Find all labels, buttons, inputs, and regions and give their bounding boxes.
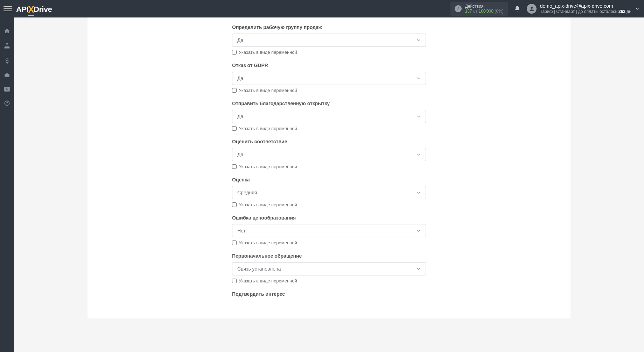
chevron-down-icon [416, 37, 421, 43]
select-value: Да [237, 37, 243, 43]
variable-checkbox-label[interactable]: Указать в виде переменной [239, 278, 297, 283]
field-group: Ошибка ценообразованияНетУказать в виде … [232, 215, 426, 245]
user-tariff: Тариф | Стандарт | до оплаты осталось 26… [540, 9, 631, 15]
select-dropdown[interactable]: Да [232, 110, 426, 123]
briefcase-icon[interactable] [4, 72, 10, 78]
settings-card: Определить рабочую группу продажДаУказат… [88, 17, 570, 318]
field-group: Первоначальное обращениеСвязь установлен… [232, 253, 426, 283]
select-value: Да [237, 114, 243, 119]
variable-checkbox-label[interactable]: Указать в виде переменной [239, 126, 297, 131]
logo[interactable]: API X Drive [16, 3, 52, 14]
variable-checkbox[interactable] [232, 164, 237, 169]
field-group: Подтвердить интерес [232, 291, 426, 297]
logo-x: X [28, 4, 34, 15]
chevron-down-icon [416, 266, 421, 272]
select-dropdown[interactable]: Нет [232, 224, 426, 237]
logo-drive: Drive [34, 5, 52, 14]
variable-checkbox[interactable] [232, 88, 237, 93]
select-dropdown[interactable]: Связь установлена [232, 262, 426, 275]
variable-checkbox-row: Указать в виде переменной [232, 202, 426, 207]
user-menu[interactable]: demo_apix-drive@apix-drive.com Тариф | С… [527, 3, 644, 15]
chevron-down-icon [416, 152, 421, 157]
select-value: Связь установлена [237, 266, 281, 272]
field-group: Отказ от GDPRДаУказать в виде переменной [232, 63, 426, 93]
field-label: Первоначальное обращение [232, 253, 426, 259]
chevron-down-icon [416, 76, 421, 81]
user-email: demo_apix-drive@apix-drive.com [540, 3, 631, 9]
select-value: Нет [237, 228, 246, 234]
variable-checkbox-label[interactable]: Указать в виде переменной [239, 164, 297, 169]
variable-checkbox-row: Указать в виде переменной [232, 50, 426, 55]
variable-checkbox[interactable] [232, 202, 237, 207]
svg-point-0 [531, 7, 533, 9]
variable-checkbox-label[interactable]: Указать в виде переменной [239, 202, 297, 207]
chevron-down-icon [635, 6, 640, 11]
variable-checkbox-row: Указать в виде переменной [232, 126, 426, 131]
field-label: Отказ от GDPR [232, 63, 426, 68]
variable-checkbox[interactable] [232, 279, 237, 283]
avatar-icon [527, 4, 537, 14]
select-dropdown[interactable]: Средняя [232, 186, 426, 199]
select-value: Средняя [237, 190, 257, 195]
variable-checkbox-label[interactable]: Указать в виде переменной [239, 240, 297, 245]
main-header: API X Drive i Действия: 137 из 100'000 (… [0, 0, 644, 17]
select-dropdown[interactable]: Да [232, 34, 426, 47]
field-group: ОценкаСредняяУказать в виде переменной [232, 177, 426, 207]
field-label: Отправить благодарственную открытку [232, 101, 426, 106]
variable-checkbox[interactable] [232, 50, 237, 55]
bell-icon[interactable] [514, 6, 520, 12]
billing-icon[interactable] [5, 57, 9, 64]
variable-checkbox-row: Указать в виде переменной [232, 278, 426, 283]
field-label: Ошибка ценообразования [232, 215, 426, 221]
help-icon[interactable] [4, 100, 10, 106]
variable-checkbox[interactable] [232, 126, 237, 131]
left-sidebar [0, 17, 14, 332]
svg-rect-3 [6, 47, 8, 49]
svg-point-8 [7, 104, 7, 105]
variable-checkbox[interactable] [232, 240, 237, 245]
field-group: Определить рабочую группу продажДаУказат… [232, 24, 426, 55]
hamburger-menu-button[interactable] [4, 5, 12, 13]
select-value: Да [237, 152, 243, 157]
select-value: Да [237, 76, 243, 81]
field-group: Оценить соответствиеДаУказать в виде пер… [232, 139, 426, 169]
variable-checkbox-row: Указать в виде переменной [232, 88, 426, 93]
connections-icon[interactable] [4, 43, 10, 49]
page-content: Определить рабочую группу продажДаУказат… [14, 17, 644, 332]
variable-checkbox-row: Указать в виде переменной [232, 164, 426, 169]
chevron-down-icon [416, 114, 421, 119]
field-label: Оценить соответствие [232, 139, 426, 144]
chevron-down-icon [416, 190, 421, 195]
actions-counts: 137 из 100'000 (0%) [465, 9, 504, 14]
svg-rect-4 [8, 47, 10, 49]
youtube-icon[interactable] [4, 87, 10, 92]
select-dropdown[interactable]: Да [232, 72, 426, 85]
home-icon[interactable] [4, 28, 10, 34]
field-label: Определить рабочую группу продаж [232, 24, 426, 30]
select-dropdown[interactable]: Да [232, 148, 426, 161]
variable-checkbox-label[interactable]: Указать в виде переменной [239, 88, 297, 93]
info-icon: i [455, 5, 462, 12]
logo-api: API [16, 5, 28, 14]
actions-summary[interactable]: i Действия: 137 из 100'000 (0%) [450, 2, 508, 16]
field-label: Оценка [232, 177, 426, 182]
svg-rect-1 [6, 43, 8, 45]
variable-checkbox-label[interactable]: Указать в виде переменной [239, 50, 297, 55]
chevron-down-icon [416, 228, 421, 234]
field-group: Отправить благодарственную открыткуДаУка… [232, 101, 426, 131]
field-label: Подтвердить интерес [232, 291, 426, 297]
svg-rect-2 [5, 47, 6, 49]
variable-checkbox-row: Указать в виде переменной [232, 240, 426, 245]
actions-label: Действия: [465, 4, 504, 9]
